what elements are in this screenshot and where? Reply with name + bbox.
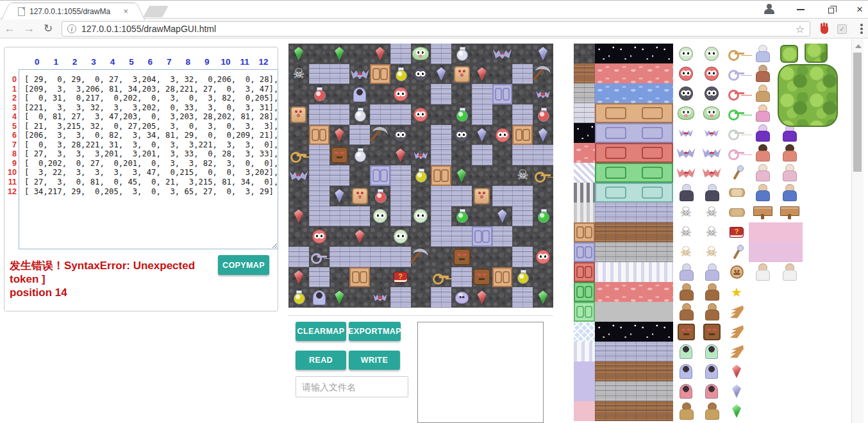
map-tile-brick-wall[interactable]: [512, 247, 533, 267]
info-icon[interactable]: i: [67, 24, 76, 33]
minimize-button[interactable]: [792, 1, 809, 19]
tileset-cell-chibi[interactable]: [673, 183, 699, 203]
tileset-cell-chibi[interactable]: [749, 83, 776, 103]
map-tile-dark-floor[interactable]: [533, 267, 553, 288]
write-button[interactable]: WRITE: [349, 351, 400, 370]
tileset-cell-ghost[interactable]: [673, 361, 699, 381]
map-tile-red-gem[interactable]: [370, 44, 390, 64]
new-tab-button[interactable]: [143, 6, 169, 17]
map-tile-dark-floor[interactable]: [492, 165, 513, 186]
map-tile-brick-wall[interactable]: [472, 84, 492, 104]
map-tile-blue-gem[interactable]: [533, 44, 553, 64]
tileset-cell-batbig[interactable]: [699, 143, 724, 163]
tileset-cell-doorpat[interactable]: [595, 163, 673, 183]
adblock-hand-icon[interactable]: [818, 22, 831, 35]
scrollbar-thumb[interactable]: [853, 53, 862, 172]
map-tile-gold-key[interactable]: [431, 267, 451, 288]
map-tile-brick-wall[interactable]: [288, 247, 309, 267]
tileset-cell-ball[interactable]: [699, 63, 724, 83]
map-tile-dark-floor[interactable]: [349, 44, 370, 64]
tileset-cell-doorpat[interactable]: [595, 183, 673, 203]
tileset-cell-doorpat[interactable]: [574, 222, 595, 242]
exportmap-button[interactable]: EXPORTMAP: [349, 322, 401, 341]
tileset-cell-chibi[interactable]: [749, 183, 776, 203]
map-tile-brick-wall[interactable]: [390, 206, 411, 227]
tileset-cell-chibi[interactable]: [673, 302, 699, 322]
tileset-cell-star[interactable]: ★: [724, 282, 749, 302]
tileset-cell-swatch[interactable]: [776, 222, 803, 242]
profile-icon[interactable]: [762, 1, 777, 19]
tileset-cell-doorpat[interactable]: [574, 242, 595, 262]
tileset-cell-chibi[interactable]: [749, 103, 776, 123]
map-tile-red-flask[interactable]: [309, 84, 330, 104]
map-tile-blue-door[interactable]: [492, 84, 513, 104]
tileset-cell-chibi[interactable]: [776, 163, 803, 183]
tileset-cell-chibi[interactable]: [699, 183, 724, 203]
map-tile-green-gem[interactable]: [330, 287, 350, 308]
map-tile-brick-wall[interactable]: [431, 226, 451, 247]
tileset-cell-gem[interactable]: [724, 361, 749, 381]
map-tile-dark-floor[interactable]: [533, 186, 553, 206]
close-button[interactable]: ×: [851, 1, 868, 19]
copymap-button[interactable]: COPYMAP: [218, 255, 269, 275]
tileset-cell-brick[interactable]: [595, 381, 673, 401]
tileset-cell-water[interactable]: [595, 63, 673, 83]
tileset-cell-slime[interactable]: [673, 103, 699, 123]
output-box[interactable]: [417, 322, 544, 423]
menu-dots-icon[interactable]: [858, 22, 865, 35]
map-tile-dark-ball-monster[interactable]: [390, 125, 411, 145]
map-tile-brick-wall[interactable]: [492, 226, 513, 247]
map-tile-brick-wall[interactable]: [533, 145, 553, 165]
tileset-cell-ghost[interactable]: [699, 381, 724, 401]
map-tile-brick-wall[interactable]: [330, 104, 350, 125]
bush-sprite[interactable]: [780, 45, 798, 63]
map-tile-golem[interactable]: [451, 64, 472, 85]
map-tile-totem-face[interactable]: [330, 145, 350, 165]
map-tile-brick-wall[interactable]: [309, 104, 330, 125]
map-tile-dark-floor[interactable]: [309, 44, 330, 64]
map-tile-dark-floor[interactable]: [431, 247, 451, 267]
tileset-cell-batbig[interactable]: [673, 163, 699, 183]
tileset-cell-ball[interactable]: [673, 63, 699, 83]
map-tile-dark-floor[interactable]: [411, 186, 431, 206]
map-tile-dark-floor[interactable]: [370, 226, 390, 247]
map-tile-blue-door[interactable]: [370, 165, 390, 186]
tileset-cell-chibi[interactable]: [749, 44, 776, 63]
map-tile-brick-wall[interactable]: [390, 287, 411, 308]
map-tile-dark-floor[interactable]: [411, 226, 431, 247]
map-tile-red-gem[interactable]: [472, 287, 492, 308]
map-tile-dark-floor[interactable]: [370, 84, 390, 104]
bookmark-star-icon[interactable]: ☆: [796, 23, 805, 35]
tileset-cell-scroll[interactable]: [724, 203, 749, 222]
map-tile-dark-floor[interactable]: [370, 145, 390, 165]
map-tile-dark-ball-monster[interactable]: [411, 64, 431, 85]
map-tile-silver-key[interactable]: [309, 247, 330, 267]
map-tile-dark-floor[interactable]: [472, 247, 492, 267]
tileset-cell-doorpat[interactable]: [574, 262, 595, 282]
map-tile-dark-floor[interactable]: [411, 267, 431, 288]
tileset-cell-book[interactable]: [724, 222, 749, 242]
map-tile-brick-wall[interactable]: [431, 125, 451, 145]
map-tile-hooded-ghost[interactable]: [309, 287, 330, 308]
tileset-cell-skel[interactable]: ☠: [699, 222, 724, 242]
map-tile-brick-wall[interactable]: [451, 226, 472, 247]
map-tile-dark-floor[interactable]: [512, 84, 533, 104]
map-tile-blue-gem[interactable]: [431, 64, 451, 85]
map-tile-dark-floor[interactable]: [330, 84, 350, 104]
map-tile-dark-floor[interactable]: [411, 125, 431, 145]
map-tile-brick-wall[interactable]: [472, 104, 492, 125]
tileset-cell-chibi[interactable]: [776, 143, 803, 163]
tileset-cell-wing[interactable]: [724, 302, 749, 322]
map-tile-red-ball-monster[interactable]: [309, 226, 330, 247]
map-tile-brick-wall[interactable]: [512, 186, 533, 206]
map-tile-dark-floor[interactable]: [288, 125, 309, 145]
tileset-cell-brick[interactable]: [574, 63, 595, 83]
tileset-cell-gem[interactable]: [724, 401, 749, 421]
tileset-cell-ball[interactable]: [699, 83, 724, 103]
map-tile-brick-wall[interactable]: [431, 287, 451, 308]
tileset-cell-skel[interactable]: ☠: [673, 242, 699, 262]
map-tile-pickaxe[interactable]: [411, 247, 431, 267]
tileset-cell-pillars[interactable]: [595, 262, 673, 282]
map-tile-red-gem[interactable]: [349, 226, 370, 247]
map-tile-pickaxe[interactable]: [533, 64, 553, 85]
